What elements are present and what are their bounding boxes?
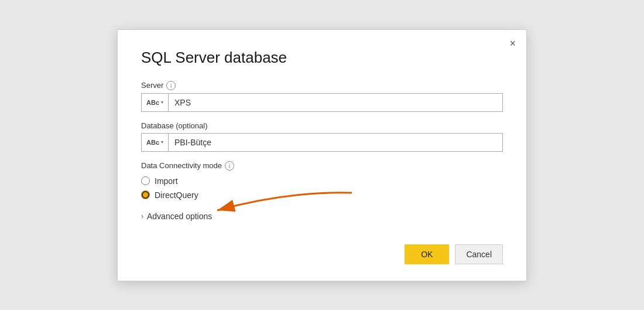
advanced-options-label: Advanced options — [147, 212, 212, 221]
import-radio[interactable] — [141, 176, 150, 185]
directquery-radio[interactable] — [141, 190, 150, 199]
server-type-arrow: ▾ — [161, 100, 163, 105]
directquery-label: DirectQuery — [155, 190, 198, 200]
directquery-radio-row[interactable]: DirectQuery — [141, 190, 503, 200]
dialog-footer: OK Cancel — [141, 233, 503, 264]
sql-server-dialog: × SQL Server database Server i ABc ▾ Dat… — [117, 29, 527, 281]
server-info-icon[interactable]: i — [166, 81, 176, 90]
database-input[interactable] — [169, 134, 502, 151]
server-type-selector[interactable]: ABc ▾ — [142, 94, 169, 111]
import-radio-row[interactable]: Import — [141, 176, 503, 186]
close-button[interactable]: × — [509, 38, 516, 49]
database-type-arrow: ▾ — [161, 139, 163, 145]
import-label: Import — [155, 176, 178, 186]
connectivity-radio-group: Import DirectQuery — [141, 176, 503, 200]
connectivity-label: Data Connectivity mode i — [141, 161, 503, 171]
cancel-button[interactable]: Cancel — [455, 244, 503, 264]
database-type-selector[interactable]: ABc ▾ — [142, 134, 169, 151]
server-label: Server i — [141, 81, 503, 90]
database-type-label: ABc — [146, 139, 159, 146]
server-input-row: ABc ▾ — [141, 93, 503, 112]
dialog-title: SQL Server database — [141, 49, 503, 67]
database-input-row: ABc ▾ — [141, 133, 503, 152]
server-input[interactable] — [169, 94, 502, 111]
database-label: Database (optional) — [141, 121, 503, 130]
ok-button[interactable]: OK — [405, 244, 449, 264]
connectivity-info-icon[interactable]: i — [225, 161, 234, 171]
advanced-options[interactable]: › Advanced options — [141, 212, 503, 221]
server-type-label: ABc — [146, 99, 159, 106]
advanced-chevron: › — [141, 212, 143, 220]
